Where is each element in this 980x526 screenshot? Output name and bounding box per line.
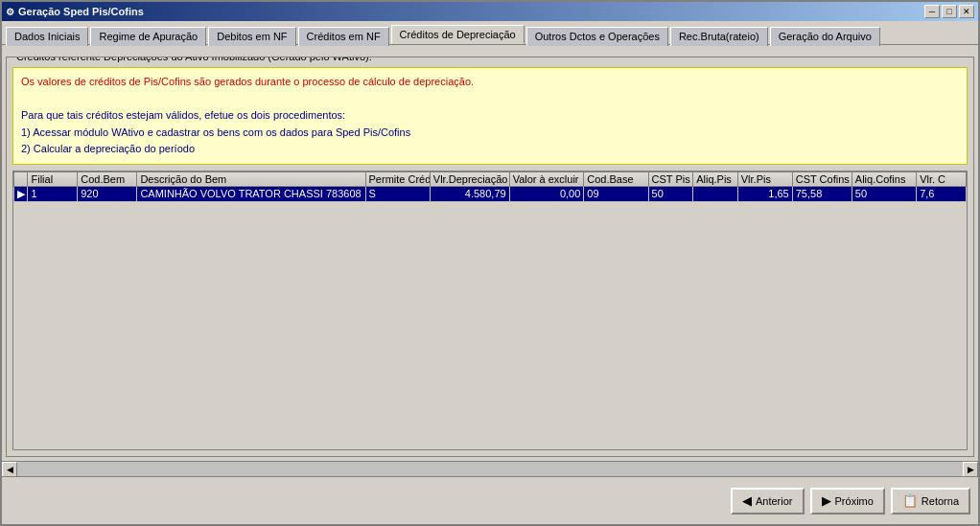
- cell-codbase: 09: [584, 186, 648, 201]
- titlebar-text: Geração Sped Pis/Cofins: [18, 6, 144, 17]
- close-button[interactable]: ✕: [959, 5, 974, 18]
- col-header-aliqcofins: Aliq.Cofins: [852, 172, 916, 186]
- infobox-line2: [21, 91, 959, 108]
- bottom-area: ◀ Anterior ▶ Próximo 📋 Retorna: [2, 476, 978, 524]
- scroll-left-button[interactable]: ◀: [2, 462, 17, 477]
- cell-codbem: 920: [78, 186, 137, 201]
- cell-vlrdep: 4.580,79: [430, 186, 509, 201]
- cell-cstcofins: 75,58: [792, 186, 852, 201]
- anterior-icon: ◀: [742, 493, 752, 508]
- proximo-button[interactable]: ▶ Próximo: [810, 488, 885, 515]
- col-header-aliqpis: Aliq.Pis: [693, 172, 738, 186]
- retorna-icon: 📋: [902, 493, 918, 508]
- main-window: ⚙ Geração Sped Pis/Cofins ─ □ ✕ Dados In…: [0, 0, 980, 526]
- retorna-label: Retorna: [922, 495, 959, 507]
- groupbox-legend: Creditos referente Depreciações do Ativo…: [14, 57, 374, 62]
- tab-debitos-nf[interactable]: Debitos em NF: [208, 27, 295, 46]
- col-header-permite: Permite Créd.: [365, 172, 430, 186]
- cell-valorexc: 0,00: [509, 186, 584, 201]
- infobox-line1: Os valores de créditos de Pis/Cofins são…: [21, 74, 959, 91]
- tabbar: Dados Iniciais Regime de Apuração Debito…: [2, 21, 978, 44]
- cell-filial: 1: [28, 186, 78, 201]
- col-header-vlrdep: Vlr.Depreciação: [430, 172, 509, 186]
- tab-creditos-depreciacao[interactable]: Créditos de Depreciação: [391, 25, 525, 44]
- proximo-label: Próximo: [835, 495, 874, 507]
- main-content: Creditos referente Depreciações do Ativo…: [2, 44, 978, 461]
- scroll-track[interactable]: [17, 462, 963, 476]
- tab-geracao-arquivo[interactable]: Geração do Arquivo: [770, 27, 880, 46]
- col-header-codbem: Cod.Bem: [78, 172, 137, 186]
- titlebar: ⚙ Geração Sped Pis/Cofins ─ □ ✕: [2, 2, 978, 21]
- cell-vlrc: 7,6: [917, 186, 967, 201]
- cell-indicator: ▶: [14, 186, 28, 201]
- table-container[interactable]: Filial Cod.Bem Descrição do Bem Permite …: [12, 171, 968, 450]
- infobox-line3: Para que tais créditos estejam válidos, …: [21, 107, 959, 125]
- groupbox: Creditos referente Depreciações do Ativo…: [6, 57, 974, 457]
- col-header-valorexc: Valor à excluir: [509, 172, 584, 186]
- cell-descricao: CAMINHÃO VOLVO TRATOR CHASSI 783608: [137, 186, 365, 201]
- titlebar-buttons: ─ □ ✕: [924, 5, 974, 18]
- retorna-button[interactable]: 📋 Retorna: [891, 488, 970, 515]
- data-table: Filial Cod.Bem Descrição do Bem Permite …: [13, 172, 967, 202]
- app-icon: ⚙: [6, 7, 14, 17]
- col-header-filial: Filial: [28, 172, 78, 186]
- tab-regime-apuracao[interactable]: Regime de Apuração: [90, 27, 206, 46]
- infobox: Os valores de créditos de Pis/Cofins são…: [12, 67, 968, 165]
- tab-dados-iniciais[interactable]: Dados Iniciais: [6, 27, 88, 46]
- tab-creditos-nf[interactable]: Créditos em NF: [298, 27, 389, 46]
- horizontal-scrollbar[interactable]: ◀ ▶: [2, 461, 978, 476]
- cell-cstpis: 50: [648, 186, 693, 201]
- cell-permite: S: [365, 186, 430, 201]
- cell-aliqpis: [693, 186, 738, 201]
- proximo-icon: ▶: [822, 493, 831, 508]
- col-header-descricao: Descrição do Bem: [137, 172, 365, 186]
- col-header-cstpis: CST Pis: [648, 172, 693, 186]
- col-header-vlrpis: Vlr.Pis: [737, 172, 792, 186]
- col-header-cstcofins: CST Cofins: [792, 172, 852, 186]
- col-header-vlrc: Vlr. C: [917, 172, 967, 186]
- table-row[interactable]: ▶ 1 920 CAMINHÃO VOLVO TRATOR CHASSI 783…: [14, 186, 967, 201]
- maximize-button[interactable]: □: [942, 5, 957, 18]
- col-header-codbase: Cod.Base: [584, 172, 648, 186]
- col-header-indicator: [14, 172, 28, 186]
- cell-aliqcofins: 50: [852, 186, 916, 201]
- tab-outros-dctos[interactable]: Outros Dctos e Operações: [526, 27, 668, 46]
- infobox-line5: 2) Calcular a depreciação do período: [21, 141, 959, 158]
- minimize-button[interactable]: ─: [924, 5, 940, 18]
- infobox-line4: 1) Acessar módulo WAtivo e cadastrar os …: [21, 125, 959, 142]
- tab-rec-bruta[interactable]: Rec.Bruta(rateio): [670, 27, 768, 46]
- anterior-button[interactable]: ◀ Anterior: [731, 488, 805, 515]
- titlebar-title: ⚙ Geração Sped Pis/Cofins: [6, 6, 144, 17]
- anterior-label: Anterior: [756, 495, 793, 507]
- scroll-right-button[interactable]: ▶: [963, 462, 978, 477]
- cell-vlrpis: 1,65: [737, 186, 792, 201]
